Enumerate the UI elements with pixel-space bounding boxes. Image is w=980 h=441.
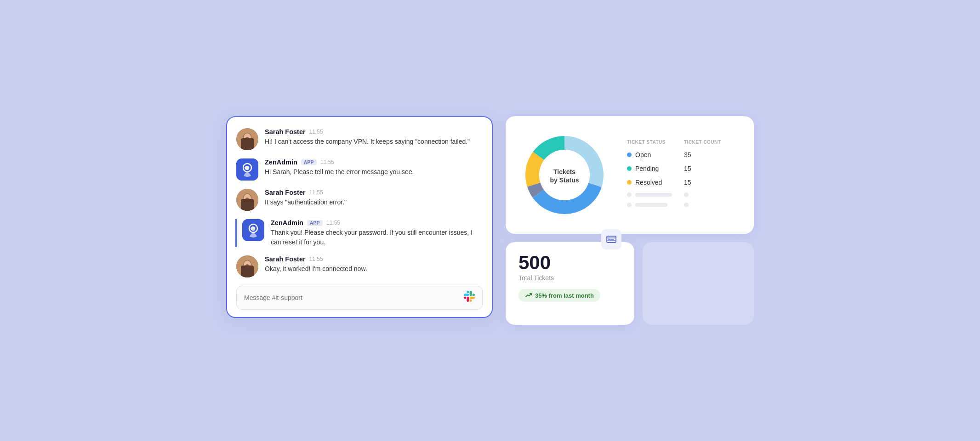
pending-label: Pending (635, 165, 659, 172)
message-row: Sarah Foster 11:55 It says "authenticati… (236, 189, 483, 211)
open-label: Open (635, 151, 651, 158)
message-header: Sarah Foster 11:55 (265, 255, 483, 263)
message-header: ZenAdmin APP 11:55 (265, 158, 483, 166)
resolved-label: Resolved (635, 179, 662, 186)
app-badge: APP (307, 220, 323, 226)
message-header: ZenAdmin APP 11:55 (271, 219, 483, 226)
avatar (236, 189, 258, 211)
sender-name: ZenAdmin (271, 219, 303, 226)
stats-trend: 35% from last month (518, 289, 600, 302)
skeleton-bar (635, 193, 672, 197)
chat-input-row[interactable] (236, 286, 483, 310)
message-row-highlighted: ZenAdmin APP 11:55 Thank you! Please che… (235, 219, 483, 247)
placeholder-card (643, 242, 754, 325)
skeleton-dot (684, 192, 689, 197)
message-time: 11:55 (320, 159, 334, 165)
message-row: ZenAdmin APP 11:55 Hi Sarah, Please tell… (236, 158, 483, 181)
chat-input[interactable] (244, 294, 464, 301)
right-panel: Tickets by Status TICKET STATUS TICKET C… (506, 116, 754, 325)
sender-name: ZenAdmin (265, 158, 297, 166)
svg-rect-11 (241, 199, 254, 211)
svg-rect-4 (241, 138, 254, 150)
stats-row: 500 Total Tickets (506, 242, 754, 325)
svg-point-24 (539, 150, 590, 200)
message-text: Hi Sarah, Please tell me the error messa… (265, 167, 483, 177)
legend-dot-label: Open (627, 151, 684, 158)
skeleton-row-2 (627, 203, 741, 207)
skeleton-dot (684, 203, 689, 207)
app-badge: APP (301, 159, 317, 165)
message-time: 11:55 (309, 129, 323, 135)
message-text: Hi! I can't access the company VPN. It k… (265, 137, 483, 147)
message-time: 11:55 (309, 256, 323, 262)
trend-text: 35% from last month (535, 292, 594, 299)
message-text: It says "authentication error." (265, 198, 483, 207)
legend-row-resolved: Resolved 15 (627, 179, 741, 186)
message-time: 11:55 (309, 189, 323, 196)
skeleton-row-1 (627, 192, 741, 197)
trend-icon (525, 292, 532, 299)
skeleton-dot (627, 192, 632, 197)
stats-number: 500 (518, 253, 554, 272)
ticket-icon-box (601, 229, 621, 249)
stats-card: 500 Total Tickets (506, 242, 634, 325)
avatar-bot (242, 219, 264, 241)
legend-header: TICKET STATUS TICKET COUNT (627, 140, 741, 145)
message-header: Sarah Foster 11:55 (265, 189, 483, 196)
chart-card: Tickets by Status TICKET STATUS TICKET C… (506, 116, 754, 234)
resolved-value: 15 (684, 179, 741, 186)
avatar (236, 128, 258, 150)
pending-dot (627, 166, 632, 171)
messages-list: Sarah Foster 11:55 Hi! I can't access th… (236, 128, 483, 277)
message-row: Sarah Foster 11:55 Okay, it worked! I'm … (236, 255, 483, 277)
col-status: TICKET STATUS (627, 140, 684, 145)
sender-name: Sarah Foster (265, 189, 306, 196)
ticket-icon (606, 234, 617, 245)
message-time: 11:55 (326, 220, 340, 226)
avatar (236, 255, 258, 277)
message-content: ZenAdmin APP 11:55 Thank you! Please che… (271, 219, 483, 247)
legend-row-open: Open 35 (627, 151, 741, 158)
resolved-dot (627, 180, 632, 185)
message-content: Sarah Foster 11:55 It says "authenticati… (265, 189, 483, 207)
col-count: TICKET COUNT (684, 140, 741, 145)
message-content: Sarah Foster 11:55 Hi! I can't access th… (265, 128, 483, 147)
message-row: Sarah Foster 11:55 Hi! I can't access th… (236, 128, 483, 150)
skeleton-bar (635, 203, 667, 207)
pending-value: 15 (684, 165, 741, 172)
svg-point-26 (609, 239, 610, 240)
skeleton-dot (627, 203, 632, 207)
legend-dot-label: Pending (627, 165, 684, 172)
chart-legend: TICKET STATUS TICKET COUNT Open 35 Pendi… (627, 140, 741, 213)
donut-container: Tickets by Status (518, 129, 610, 223)
main-container: Sarah Foster 11:55 Hi! I can't access th… (208, 98, 772, 343)
avatar-bot (236, 158, 258, 181)
legend-dot-label: Resolved (627, 179, 684, 186)
svg-rect-18 (241, 266, 254, 277)
donut-chart (518, 129, 610, 221)
sender-name: Sarah Foster (265, 255, 306, 263)
open-value: 35 (684, 151, 741, 158)
chat-panel: Sarah Foster 11:55 Hi! I can't access th… (226, 116, 493, 318)
message-content: Sarah Foster 11:55 Okay, it worked! I'm … (265, 255, 483, 274)
sender-name: Sarah Foster (265, 128, 306, 136)
legend-row-pending: Pending 15 (627, 165, 741, 172)
message-content: ZenAdmin APP 11:55 Hi Sarah, Please tell… (265, 158, 483, 177)
message-text: Thank you! Please check your password. I… (271, 228, 483, 247)
open-dot (627, 153, 632, 157)
message-text: Okay, it worked! I'm connected now. (265, 264, 483, 274)
message-header: Sarah Foster 11:55 (265, 128, 483, 136)
stats-label: Total Tickets (518, 274, 554, 282)
slack-icon (464, 291, 475, 305)
